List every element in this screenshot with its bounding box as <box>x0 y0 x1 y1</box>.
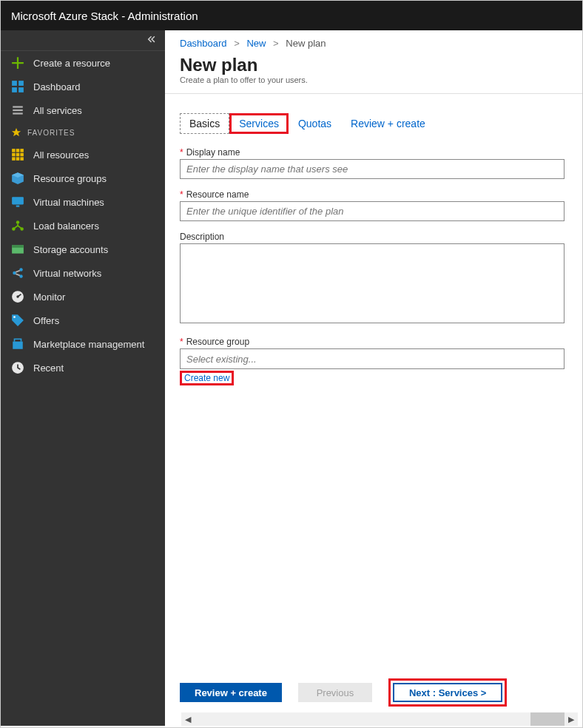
chevron-double-left-icon <box>146 34 156 47</box>
sidebar-all-services-label: All services <box>33 105 82 116</box>
svg-rect-15 <box>16 157 20 161</box>
cube-icon <box>11 172 24 185</box>
description-input[interactable] <box>180 243 565 323</box>
svg-rect-8 <box>12 149 16 152</box>
resource-name-label: Resource name <box>186 189 249 200</box>
favorites-label: FAVORITES <box>27 129 75 137</box>
svg-rect-19 <box>12 197 24 204</box>
favorites-header: FAVORITES <box>1 122 165 143</box>
svg-marker-33 <box>12 314 24 326</box>
svg-line-30 <box>16 274 20 275</box>
svg-rect-25 <box>12 245 24 247</box>
field-resource-group: *Resource group Select existing... Creat… <box>180 337 582 385</box>
resource-group-select[interactable]: Select existing... <box>180 348 565 369</box>
resource-name-input[interactable] <box>180 201 565 221</box>
tab-quotas[interactable]: Quotas <box>289 113 341 134</box>
sidebar-item-label: Monitor <box>33 291 65 303</box>
display-name-input[interactable] <box>180 159 565 179</box>
sidebar-item-marketplace[interactable]: Marketplace management <box>1 332 165 356</box>
dashboard-icon <box>11 80 24 93</box>
tag-icon <box>11 314 24 327</box>
svg-rect-20 <box>16 206 20 207</box>
monitor-icon <box>11 195 24 209</box>
review-create-button[interactable]: Review + create <box>180 683 282 702</box>
tab-services[interactable]: Services <box>229 113 289 134</box>
svg-rect-16 <box>20 157 24 161</box>
sidebar-item-label: Virtual networks <box>33 268 101 279</box>
sidebar-create-label: Create a resource <box>33 58 110 69</box>
field-resource-name: *Resource name <box>180 189 582 221</box>
sidebar-collapse-button[interactable] <box>1 30 165 51</box>
next-button-highlight: Next : Services > <box>388 678 507 707</box>
svg-point-21 <box>16 220 20 224</box>
svg-rect-3 <box>18 87 24 92</box>
sidebar-item-label: Virtual machines <box>33 197 104 208</box>
resource-group-label: Resource group <box>186 337 249 347</box>
svg-rect-14 <box>12 157 16 161</box>
svg-rect-2 <box>12 87 17 92</box>
svg-point-34 <box>13 316 16 318</box>
plus-icon <box>11 56 24 70</box>
svg-rect-35 <box>13 342 23 349</box>
svg-rect-11 <box>12 153 16 157</box>
network-icon <box>11 266 24 280</box>
sidebar-item-label: Storage accounts <box>33 244 108 255</box>
horizontal-scrollbar[interactable]: ◀ ▶ <box>181 712 578 726</box>
svg-rect-9 <box>16 149 20 152</box>
list-icon <box>11 104 24 117</box>
svg-line-29 <box>16 271 20 272</box>
sidebar-item-all-resources[interactable]: All resources <box>1 143 165 166</box>
tabs: Basics Services Quotas Review + create <box>180 113 582 134</box>
svg-rect-1 <box>18 81 24 86</box>
sidebar: Create a resource Dashboard All services… <box>1 30 165 726</box>
sidebar-dashboard[interactable]: Dashboard <box>1 75 165 98</box>
breadcrumb-current: New plan <box>286 38 326 49</box>
description-label: Description <box>180 232 224 242</box>
sidebar-item-label: Marketplace management <box>33 339 144 350</box>
field-description: Description <box>180 232 582 326</box>
sidebar-item-offers[interactable]: Offers <box>1 309 165 332</box>
sidebar-create-resource[interactable]: Create a resource <box>1 51 165 75</box>
tab-review-create[interactable]: Review + create <box>341 113 435 134</box>
sidebar-item-label: Load balancers <box>33 220 99 232</box>
scroll-thumb[interactable] <box>530 712 565 726</box>
sidebar-item-virtual-networks[interactable]: Virtual networks <box>1 261 165 285</box>
page-title: New plan <box>165 53 582 75</box>
tab-basics[interactable]: Basics <box>180 113 229 134</box>
breadcrumb-link-dashboard[interactable]: Dashboard <box>180 38 227 49</box>
sidebar-item-label: Recent <box>33 363 64 374</box>
sidebar-item-load-balancers[interactable]: Load balancers <box>1 214 165 237</box>
resource-group-placeholder: Select existing... <box>186 354 257 365</box>
page-subtitle: Create a plan to offer to your users. <box>165 75 582 94</box>
previous-button[interactable]: Previous <box>298 683 372 702</box>
sidebar-item-label: Resource groups <box>33 173 107 184</box>
footer-actions: Review + create Previous Next : Services… <box>180 678 582 707</box>
scroll-right-icon[interactable]: ▶ <box>565 712 578 726</box>
breadcrumb: Dashboard > New > New plan <box>165 30 582 53</box>
create-new-link[interactable]: Create new <box>180 371 234 385</box>
sidebar-item-recent[interactable]: Recent <box>1 356 165 380</box>
breadcrumb-link-new[interactable]: New <box>246 38 266 49</box>
next-services-button[interactable]: Next : Services > <box>393 683 502 702</box>
sidebar-item-label: Offers <box>33 315 59 326</box>
svg-rect-10 <box>20 149 24 152</box>
sidebar-item-virtual-machines[interactable]: Virtual machines <box>1 190 165 214</box>
sidebar-item-monitor[interactable]: Monitor <box>1 285 165 309</box>
topbar: Microsoft Azure Stack - Administration <box>1 1 582 30</box>
scroll-left-icon[interactable]: ◀ <box>181 712 195 726</box>
load-balancer-icon <box>11 219 24 232</box>
svg-rect-0 <box>12 81 17 86</box>
sidebar-item-resource-groups[interactable]: Resource groups <box>1 166 165 190</box>
sidebar-item-storage-accounts[interactable]: Storage accounts <box>1 237 165 261</box>
sidebar-all-services[interactable]: All services <box>1 98 165 122</box>
svg-rect-13 <box>20 153 24 157</box>
grid-icon <box>11 148 24 161</box>
display-name-label: Display name <box>186 147 240 158</box>
content-pane: Dashboard > New > New plan New plan Crea… <box>165 30 582 726</box>
field-display-name: *Display name <box>180 147 582 179</box>
svg-point-32 <box>16 295 18 297</box>
clock-icon <box>11 361 24 374</box>
storage-icon <box>11 243 24 256</box>
chevron-right-icon: > <box>234 38 240 49</box>
scroll-track[interactable] <box>195 712 565 726</box>
